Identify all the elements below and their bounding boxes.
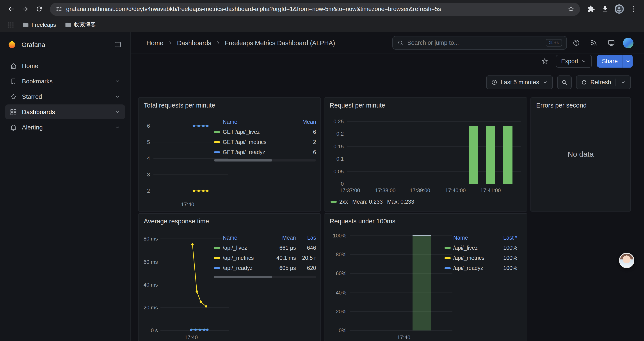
refresh-control[interactable]: Refresh xyxy=(576,76,631,89)
chevron-down-icon xyxy=(542,80,548,85)
legend-scrollbar[interactable] xyxy=(214,276,316,278)
scrollbar-thumb[interactable] xyxy=(214,276,272,278)
extensions-icon[interactable] xyxy=(584,3,598,16)
user-avatar[interactable] xyxy=(623,38,634,48)
bookmark-folder-blogs[interactable]: 收藏博客 xyxy=(62,20,99,30)
chevron-down-icon[interactable] xyxy=(114,109,120,115)
series-swatch xyxy=(214,131,220,133)
search-shortcut-badge: ⌘+k xyxy=(546,39,562,47)
favorite-star-icon[interactable] xyxy=(539,55,550,67)
url-input[interactable] xyxy=(66,6,564,12)
panel-title[interactable]: Total requests per minute xyxy=(138,98,320,109)
series-mean: Mean: 0.233 xyxy=(352,199,383,205)
series-name: 2xx xyxy=(339,199,348,205)
sidebar-item-starred[interactable]: Starred xyxy=(5,89,125,104)
panel-requests-per-minute: Request per minute 0.25 0.2 0.15 0.1 0.0… xyxy=(324,97,528,212)
series-mean: 6 xyxy=(298,149,316,155)
sidebar-item-dashboards[interactable]: Dashboards xyxy=(5,104,125,119)
legend-row[interactable]: /api/_readyz 100% xyxy=(444,263,517,273)
legend-col-name[interactable]: Name xyxy=(453,235,494,241)
series-name: /api/_readyz xyxy=(453,265,494,271)
bar-chart-under-100ms[interactable]: 100% 80% 60% 40% 20% 0% 17:40 xyxy=(328,233,455,341)
kiosk-monitor-icon[interactable] xyxy=(606,37,617,49)
y-tick: 0% xyxy=(339,327,346,333)
grafana-logo-icon[interactable] xyxy=(7,39,17,49)
search-input[interactable] xyxy=(407,40,542,46)
search-box[interactable]: ⌘+k xyxy=(392,36,567,50)
brand-name: Grafana xyxy=(22,41,108,48)
y-tick: 20 ms xyxy=(144,304,158,310)
reload-button[interactable] xyxy=(32,3,46,16)
series-swatch xyxy=(214,257,220,259)
legend-row[interactable]: /api/_livez 100% xyxy=(444,243,517,253)
panel-title[interactable]: Average response time xyxy=(138,214,320,225)
legend-row[interactable]: GET /api/_metrics 2 xyxy=(214,137,316,147)
panel-title[interactable]: Requests under 100ms xyxy=(324,214,527,225)
legend-col-mean[interactable]: Mean xyxy=(270,235,296,241)
share-menu-caret[interactable] xyxy=(622,55,632,68)
bell-icon xyxy=(10,124,17,131)
browser-profile-avatar[interactable] xyxy=(612,3,626,16)
address-bar[interactable] xyxy=(50,3,580,16)
time-range-label: Last 5 minutes xyxy=(501,79,539,86)
refresh-label: Refresh xyxy=(590,79,611,86)
bookmark-folder-freeleaps[interactable]: Freeleaps xyxy=(19,20,59,30)
series-mean: 605 µs xyxy=(270,265,296,271)
series-swatch xyxy=(214,247,220,249)
zoom-out-icon xyxy=(561,79,568,86)
legend-row[interactable]: GET /api/_readyz 6 xyxy=(214,147,316,157)
bar-chart-requests-per-minute[interactable]: 0.25 0.2 0.15 0.1 0.05 0 17:37:00 17:38:… xyxy=(328,117,524,197)
breadcrumb-separator-icon xyxy=(215,40,221,46)
panel-average-response-time: Average response time 80 ms 60 ms 40 ms … xyxy=(138,213,321,341)
sidebar-item-alerting[interactable]: Alerting xyxy=(5,120,125,135)
y-tick: 0.05 xyxy=(334,169,344,174)
chevron-down-icon[interactable] xyxy=(114,124,120,130)
x-tick: 17:39:00 xyxy=(410,187,430,193)
browser-menu-icon[interactable] xyxy=(626,3,640,16)
breadcrumb-dashboards[interactable]: Dashboards xyxy=(177,39,211,46)
legend-row[interactable]: /api/_livez 661 µs 646 xyxy=(214,243,316,253)
apps-grid-icon[interactable] xyxy=(5,19,17,31)
y-tick: 2 xyxy=(147,188,150,194)
share-label[interactable]: Share xyxy=(597,55,622,68)
sidebar-toggle-icon[interactable] xyxy=(112,39,123,50)
chevron-down-icon[interactable] xyxy=(114,78,120,84)
time-range-picker[interactable]: Last 5 minutes xyxy=(486,76,553,89)
forward-button[interactable] xyxy=(18,3,32,16)
browser-toolbar xyxy=(0,0,644,18)
floating-assistant-avatar[interactable] xyxy=(619,253,634,268)
site-settings-icon[interactable] xyxy=(56,6,62,12)
bookmark-star-icon[interactable] xyxy=(568,6,574,12)
legend-scrollbar[interactable] xyxy=(214,159,316,162)
legend-row[interactable]: GET /api/_livez 6 xyxy=(214,127,316,137)
sidebar-item-home[interactable]: Home xyxy=(5,58,125,73)
chevron-down-icon[interactable] xyxy=(114,94,120,100)
legend-col-last[interactable]: Las xyxy=(298,235,316,241)
legend-row[interactable]: /api/_readyz 605 µs 620 xyxy=(214,263,316,273)
legend-row[interactable]: /api/_metrics 100% xyxy=(444,253,517,263)
dashboard-actions-bar: Export Share xyxy=(131,54,644,69)
breadcrumb-home[interactable]: Home xyxy=(146,39,163,46)
news-rss-icon[interactable] xyxy=(588,37,600,49)
export-button[interactable]: Export xyxy=(556,55,592,68)
legend-row[interactable]: /api/_metrics 40.1 ms 20.5 r xyxy=(214,253,316,263)
legend-col-name[interactable]: Name xyxy=(223,235,268,241)
share-button[interactable]: Share xyxy=(597,55,632,68)
panel-title[interactable]: Request per minute xyxy=(324,98,527,109)
legend-col-name[interactable]: Name xyxy=(223,119,296,125)
legend-inline[interactable]: 2xx Mean: 0.233 Max: 0.233 xyxy=(330,199,414,205)
zoom-out-button[interactable] xyxy=(557,76,572,89)
legend-header: Name Last * xyxy=(444,233,517,243)
scrollbar-thumb[interactable] xyxy=(214,159,272,162)
back-button[interactable] xyxy=(4,3,18,16)
topbar-icons xyxy=(570,37,635,49)
downloads-icon[interactable] xyxy=(598,3,612,16)
screen: Freeleaps 收藏博客 Grafana Home xyxy=(0,0,644,341)
chevron-down-icon[interactable] xyxy=(620,80,626,85)
legend-col-last[interactable]: Last * xyxy=(496,235,517,241)
sidebar-item-label: Dashboards xyxy=(22,108,55,115)
sidebar-item-bookmarks[interactable]: Bookmarks xyxy=(5,74,125,89)
help-icon[interactable] xyxy=(570,37,582,49)
sidebar-item-label: Starred xyxy=(22,93,42,100)
legend-col-mean[interactable]: Mean xyxy=(298,119,316,125)
